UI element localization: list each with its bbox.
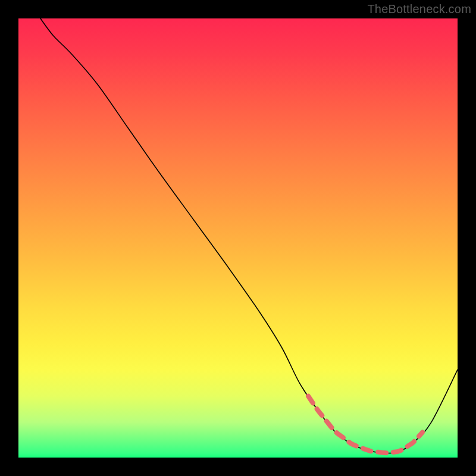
chart-plot-area [18, 18, 458, 458]
chart-frame: TheBottleneck.com [0, 0, 476, 476]
watermark-text: TheBottleneck.com [367, 2, 471, 16]
optimal-region-highlight [308, 396, 422, 453]
chart-svg [18, 18, 458, 458]
bottleneck-curve [40, 18, 458, 453]
